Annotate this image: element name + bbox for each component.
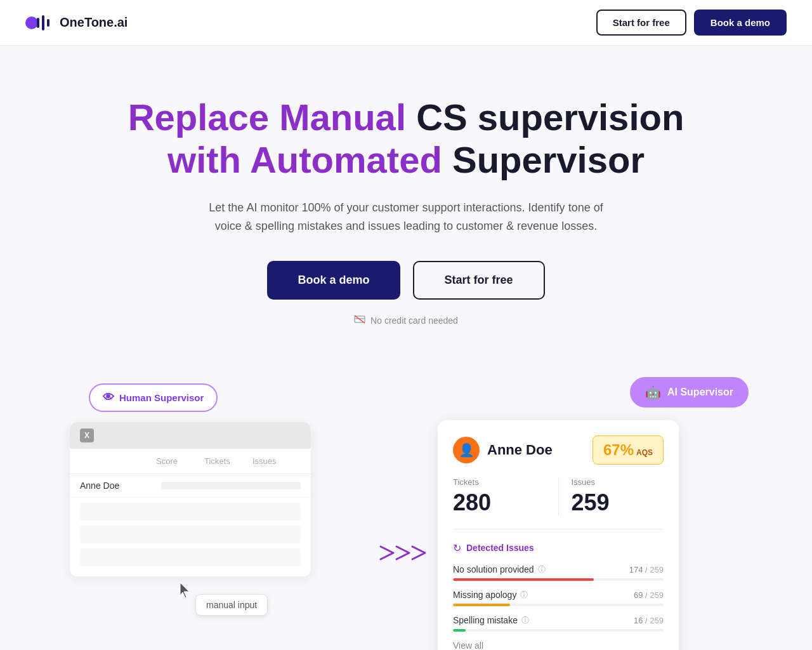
ai-stats: Tickets 280 Issues 259: [453, 477, 664, 529]
svg-line-6: [355, 315, 365, 323]
svg-point-0: [25, 17, 38, 29]
human-supervisor-table: X Score Tickets Issues Anne Doe: [70, 422, 311, 576]
ai-supervisor-badge: 🤖 AI Supervisor: [630, 377, 749, 408]
progress-fill-2: [453, 604, 510, 606]
issue-count-1: 174 / 259: [629, 565, 664, 574]
progress-bar-3: [453, 629, 664, 632]
info-icon-3[interactable]: ⓘ: [521, 615, 529, 626]
ai-user: 👤 Anne Doe: [453, 437, 553, 463]
hero-buttons: Book a demo Start for free: [25, 261, 787, 300]
tickets-stat: Tickets 280: [453, 477, 559, 516]
progress-fill-3: [453, 629, 466, 632]
navbar: OneTone.ai Start for free Book a demo: [0, 0, 812, 46]
row-empty-placeholder: [161, 482, 301, 489]
issue-name-3: Spelling mistake ⓘ: [453, 615, 529, 626]
logo: OneTone.ai: [25, 14, 128, 32]
col-score-header: Score: [156, 456, 204, 466]
hero-start-free-button[interactable]: Start for free: [413, 261, 545, 300]
row-name: Anne Doe: [80, 481, 156, 491]
issues-value: 259: [572, 489, 664, 516]
avatar-icon: 👤: [459, 442, 475, 458]
hero-title-purple1: Replace Manual: [128, 96, 406, 138]
arrows-svg: [377, 537, 435, 569]
logo-text: OneTone.ai: [60, 15, 128, 30]
no-cc-text: No credit card needed: [370, 315, 458, 326]
hero-subtitle: Let the AI monitor 100% of your customer…: [203, 199, 609, 235]
ai-card-header: 👤 Anne Doe 67% AQS: [453, 435, 664, 465]
detected-issues-header: ↻ Detected Issues: [453, 542, 664, 554]
ai-supervisor-panel: 🤖 AI Supervisor 👤 Anne Doe 67% AQS: [438, 377, 761, 650]
close-button[interactable]: X: [80, 428, 94, 442]
progress-bar-1: [453, 578, 664, 581]
col-tickets-header: Tickets: [204, 456, 252, 466]
view-all-link[interactable]: View all: [453, 640, 664, 650]
arrows-divider: [374, 441, 438, 650]
eye-icon: 👁: [103, 391, 114, 404]
no-credit-card-notice: No credit card needed: [25, 315, 787, 326]
human-supervisor-panel: 👁 Human Supervisor X Score Tickets Issue…: [51, 377, 374, 650]
table-row: Anne Doe: [70, 474, 311, 498]
nav-buttons: Start for free Book a demo: [596, 10, 787, 36]
issue-name-1: No solution provided ⓘ: [453, 564, 546, 575]
col-name-header: [80, 456, 156, 466]
no-cc-icon: [354, 315, 365, 326]
hero-title-dark1: CS supervision: [416, 96, 684, 138]
issues-label: Issues: [572, 477, 664, 487]
aqs-percent: 67%: [603, 441, 634, 459]
detected-issues-title: Detected Issues: [466, 543, 534, 553]
cursor-icon: [178, 581, 193, 599]
aqs-label: AQS: [636, 448, 653, 457]
ai-supervisor-card: 👤 Anne Doe 67% AQS Tickets 280 Issues 25…: [438, 420, 679, 650]
issue-row-2: Missing apology ⓘ 69 / 259: [453, 590, 664, 606]
table-column-headers: Score Tickets Issues: [70, 449, 311, 474]
issue-count-2: 69 / 259: [634, 590, 664, 600]
issue-name-2: Missing apology ⓘ: [453, 590, 528, 600]
hero-title: Replace Manual CS supervision with Autom…: [25, 96, 787, 181]
human-supervisor-label: Human Supervisor: [119, 392, 204, 403]
cursor-area: manual input: [178, 581, 374, 620]
manual-input-tooltip: manual input: [195, 594, 268, 616]
issue-top-3: Spelling mistake ⓘ 16 / 259: [453, 615, 664, 626]
empty-row-1: [80, 503, 301, 521]
robot-icon: 🤖: [645, 385, 661, 400]
issue-top-2: Missing apology ⓘ 69 / 259: [453, 590, 664, 600]
empty-rows: [70, 498, 311, 576]
ai-supervisor-label: AI Supervisor: [667, 387, 733, 398]
ai-user-name: Anne Doe: [487, 442, 553, 458]
empty-row-2: [80, 526, 301, 543]
nav-book-demo-button[interactable]: Book a demo: [694, 10, 787, 36]
hero-title-dark2: Supervisor: [452, 139, 645, 180]
progress-fill-1: [453, 578, 594, 581]
tickets-label: Tickets: [453, 477, 546, 487]
issue-top-1: No solution provided ⓘ 174 / 259: [453, 564, 664, 575]
table-header-bar: X: [70, 422, 311, 449]
issues-stat: Issues 259: [572, 477, 664, 516]
issue-count-3: 16 / 259: [634, 616, 664, 625]
refresh-icon: ↻: [453, 542, 461, 554]
hero-section: Replace Manual CS supervision with Autom…: [0, 46, 812, 377]
nav-start-free-button[interactable]: Start for free: [596, 10, 686, 36]
avatar: 👤: [453, 437, 480, 463]
info-icon-1[interactable]: ⓘ: [538, 564, 546, 575]
tickets-value: 280: [453, 489, 546, 516]
issue-row-3: Spelling mistake ⓘ 16 / 259: [453, 615, 664, 632]
aqs-badge: 67% AQS: [593, 435, 664, 465]
hero-book-demo-button[interactable]: Book a demo: [267, 261, 400, 300]
logo-icon: [25, 14, 53, 32]
hero-title-purple2: with Automated: [167, 139, 442, 180]
issue-row-1: No solution provided ⓘ 174 / 259: [453, 564, 664, 581]
svg-rect-2: [42, 15, 44, 30]
human-supervisor-badge: 👁 Human Supervisor: [89, 383, 218, 412]
svg-rect-1: [37, 18, 39, 28]
empty-row-3: [80, 548, 301, 566]
progress-bar-2: [453, 604, 664, 606]
demo-section: 👁 Human Supervisor X Score Tickets Issue…: [25, 377, 787, 650]
svg-rect-3: [47, 19, 49, 27]
col-issues-header: Issues: [252, 456, 301, 466]
info-icon-2[interactable]: ⓘ: [520, 590, 528, 600]
